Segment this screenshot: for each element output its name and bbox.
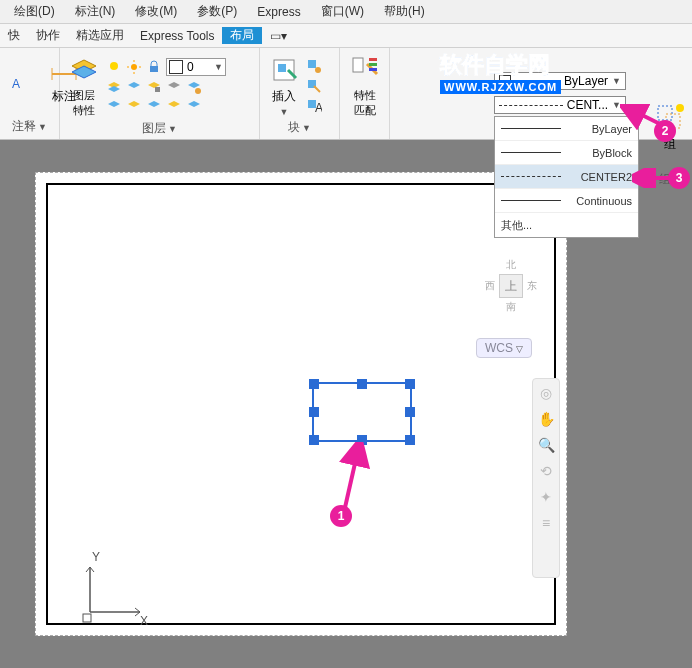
svg-point-20 <box>195 88 201 94</box>
svg-rect-27 <box>278 64 286 72</box>
layer-props-label: 图层 特性 <box>73 88 95 118</box>
insert-button[interactable]: 插入 ▼ <box>266 52 302 119</box>
lock-icon[interactable] <box>146 59 162 75</box>
grip-handle[interactable] <box>405 379 415 389</box>
layer-off-icon[interactable] <box>166 79 182 95</box>
svg-marker-24 <box>168 101 180 107</box>
svg-marker-18 <box>168 82 180 88</box>
ucs-y-label: Y <box>92 550 100 564</box>
layer-freeze-icon[interactable] <box>126 79 142 95</box>
tab-quick[interactable]: 快 <box>0 27 28 44</box>
svg-rect-34 <box>369 58 377 61</box>
annotation-marker-2: 2 <box>654 120 676 142</box>
svg-rect-28 <box>308 60 316 68</box>
layer-properties-button[interactable]: 图层 特性 <box>66 52 102 120</box>
menu-param[interactable]: 参数(P) <box>187 3 247 20</box>
menu-annotate[interactable]: 标注(N) <box>65 3 126 20</box>
viewcube-top-face[interactable]: 上 <box>499 274 523 298</box>
svg-rect-33 <box>353 58 363 72</box>
grip-handle[interactable] <box>309 407 319 417</box>
annotate-panel-label: 注释 <box>12 118 36 135</box>
linetype-option-bylayer[interactable]: ByLayer <box>495 117 638 141</box>
svg-point-6 <box>110 62 118 70</box>
layer-states-icon[interactable] <box>106 79 122 95</box>
linetype-option-byblock[interactable]: ByBlock <box>495 141 638 165</box>
block-panel-label: 块 <box>288 119 300 136</box>
nav-orbit-icon[interactable]: ⟲ <box>537 463 555 481</box>
svg-rect-36 <box>369 68 377 71</box>
nav-compass-icon[interactable]: ✦ <box>537 489 555 507</box>
selected-rectangle[interactable] <box>312 382 412 442</box>
linetype-option-center2[interactable]: CENTER2 <box>495 165 638 189</box>
match-properties-button[interactable]: 特性 匹配 <box>346 52 383 120</box>
block-create-icon[interactable] <box>306 58 322 74</box>
menu-bar: 绘图(D) 标注(N) 修改(M) 参数(P) Express 窗口(W) 帮助… <box>0 0 692 24</box>
svg-rect-12 <box>150 66 158 72</box>
annotation-marker-3: 3 <box>668 167 690 189</box>
svg-marker-23 <box>148 101 160 107</box>
svg-text:A: A <box>315 101 322 114</box>
grip-handle[interactable] <box>405 435 415 445</box>
menu-express[interactable]: Express <box>247 5 310 19</box>
color-dropdown[interactable]: ByLayer▼ <box>494 72 626 90</box>
navigation-bar: ◎ ✋ 🔍 ⟲ ✦ ≡ <box>532 378 560 578</box>
layer-prev-icon[interactable] <box>126 98 142 114</box>
tab-bar: 快 协作 精选应用 Express Tools 布局 ▭▾ <box>0 24 692 48</box>
tab-select[interactable]: 精选应用 <box>68 27 132 44</box>
layer-merge-icon[interactable] <box>186 98 202 114</box>
grip-handle[interactable] <box>309 435 319 445</box>
block-edit-icon[interactable] <box>306 78 322 94</box>
layer-dropdown[interactable]: 0▼ <box>166 58 226 76</box>
wcs-dropdown[interactable]: WCS ▽ <box>476 338 532 358</box>
svg-line-44 <box>344 450 358 512</box>
menu-draw[interactable]: 绘图(D) <box>4 3 65 20</box>
layer-iso-icon[interactable] <box>186 79 202 95</box>
svg-marker-15 <box>128 82 140 88</box>
svg-point-39 <box>676 104 684 112</box>
nav-wheel-icon[interactable]: ◎ <box>537 385 555 403</box>
layer-change-icon[interactable] <box>166 98 182 114</box>
svg-marker-19 <box>188 82 200 88</box>
grip-handle[interactable] <box>405 407 415 417</box>
layer-panel-label: 图层 <box>142 120 166 137</box>
tab-overflow-icon[interactable]: ▭▾ <box>262 29 295 43</box>
svg-text:A: A <box>12 77 20 91</box>
nav-zoom-icon[interactable]: 🔍 <box>537 437 555 455</box>
nav-pan-icon[interactable]: ✋ <box>537 411 555 429</box>
sun-icon[interactable] <box>126 59 142 75</box>
layer-lock-icon[interactable] <box>146 79 162 95</box>
svg-point-29 <box>315 67 321 73</box>
grip-handle[interactable] <box>357 379 367 389</box>
linetype-option-continuous[interactable]: Continuous <box>495 189 638 213</box>
menu-help[interactable]: 帮助(H) <box>374 3 435 20</box>
menu-modify[interactable]: 修改(M) <box>125 3 187 20</box>
insert-label: 插入 <box>272 88 296 105</box>
tab-express-tools[interactable]: Express Tools <box>132 29 222 43</box>
grip-handle[interactable] <box>309 379 319 389</box>
svg-marker-21 <box>108 101 120 107</box>
dropdown-icon[interactable]: ▼ <box>168 124 177 134</box>
layer-walk-icon[interactable] <box>146 98 162 114</box>
linetype-current-dropdown[interactable]: CENT...▼ <box>494 96 626 114</box>
dropdown-icon[interactable]: ▼ <box>38 122 47 132</box>
svg-line-46 <box>630 109 660 124</box>
svg-rect-42 <box>83 614 91 622</box>
ucs-x-label: X <box>140 614 148 628</box>
svg-rect-35 <box>369 63 377 66</box>
svg-rect-17 <box>155 87 160 92</box>
menu-window[interactable]: 窗口(W) <box>311 3 374 20</box>
layer-match-icon[interactable] <box>106 98 122 114</box>
svg-marker-14 <box>108 86 120 92</box>
svg-marker-25 <box>188 101 200 107</box>
svg-point-7 <box>131 64 137 70</box>
tab-collab[interactable]: 协作 <box>28 27 68 44</box>
bulb-on-icon[interactable] <box>106 59 122 75</box>
view-cube[interactable]: 北 西 上 东 南 <box>485 258 537 314</box>
nav-more-icon[interactable]: ≡ <box>537 515 555 533</box>
text-button[interactable]: A <box>6 62 42 98</box>
linetype-option-other[interactable]: 其他... <box>495 213 638 237</box>
dropdown-icon[interactable]: ▼ <box>302 123 311 133</box>
block-attr-icon[interactable]: A <box>306 98 322 114</box>
annotation-marker-1: 1 <box>330 505 352 527</box>
tab-layout[interactable]: 布局 <box>222 27 262 44</box>
